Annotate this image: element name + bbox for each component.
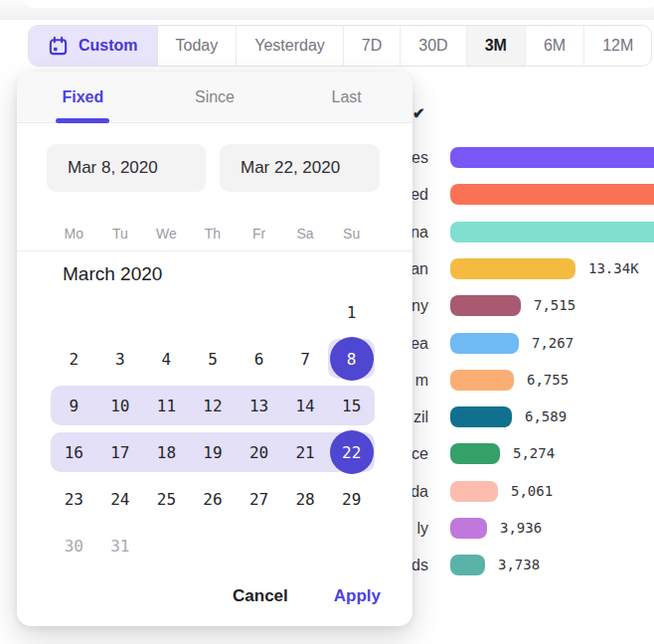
calendar-cell-empty — [97, 292, 144, 332]
calendar-week-row: 16171819202122 — [51, 432, 375, 472]
chart-row-value: 5,061 — [511, 481, 553, 502]
calendar-day-10[interactable]: 10 — [97, 386, 144, 425]
date-range-toolbar: Custom TodayYesterday7D30D3M6M12M — [28, 25, 652, 67]
chart-bar[interactable] — [450, 295, 521, 316]
active-tab-underline — [56, 118, 109, 123]
page: Custom TodayYesterday7D30D3M6M12M esedna… — [0, 0, 654, 644]
toolbar-item-3m[interactable]: 3M — [467, 26, 526, 66]
chart-bar[interactable] — [450, 258, 575, 279]
calendar-day-26[interactable]: 26 — [190, 479, 237, 519]
tab-fixed[interactable]: Fixed — [17, 72, 149, 122]
weekday-th: Th — [190, 226, 237, 242]
toolbar-item-today[interactable]: Today — [158, 26, 238, 66]
calendar-cell-empty — [282, 526, 329, 565]
chart-bar[interactable] — [450, 147, 654, 168]
toolbar-item-30d[interactable]: 30D — [401, 26, 466, 66]
calendar-day-13[interactable]: 13 — [236, 386, 282, 425]
start-date-value: Mar 8, 2020 — [68, 158, 158, 178]
custom-range-button[interactable]: Custom — [29, 26, 158, 66]
calendar-day-20[interactable]: 20 — [236, 432, 282, 472]
weekday-su: Su — [328, 226, 375, 242]
calendar-day-9[interactable]: 9 — [51, 386, 97, 425]
toolbar-item-7d[interactable]: 7D — [344, 26, 401, 66]
apply-button[interactable]: Apply — [334, 586, 381, 606]
weekday-header: MoTuWeThFrSaSu — [51, 226, 375, 242]
toolbar-item-6m[interactable]: 6M — [526, 26, 584, 66]
chart-bar[interactable] — [450, 333, 519, 354]
calendar-day-15[interactable]: 15 — [328, 386, 375, 425]
chart-bar[interactable] — [450, 184, 654, 205]
weekday-tu: Tu — [97, 226, 144, 242]
cancel-button[interactable]: Cancel — [233, 586, 288, 606]
calendar-day-2[interactable]: 2 — [51, 339, 97, 379]
month-title: March 2020 — [63, 263, 162, 285]
calendar-day-24[interactable]: 24 — [97, 479, 144, 519]
chart-bar[interactable] — [450, 370, 514, 391]
start-date-input[interactable]: Mar 8, 2020 — [47, 144, 206, 192]
calendar-day-29[interactable]: 29 — [328, 479, 375, 519]
calendar-day-16[interactable]: 16 — [51, 432, 97, 472]
tab-since[interactable]: Since — [149, 72, 281, 122]
calendar-day-19[interactable]: 19 — [190, 432, 237, 472]
calendar-cell-empty — [282, 292, 329, 332]
tab-last[interactable]: Last — [280, 72, 412, 122]
calendar-day-11[interactable]: 11 — [143, 386, 190, 425]
chart-bar[interactable] — [450, 443, 500, 464]
chart-row-value: 3,738 — [498, 555, 540, 575]
date-picker-tabs: FixedSinceLast — [17, 72, 412, 123]
range-end-day[interactable]: 22 — [330, 430, 374, 474]
calendar-cell-empty — [236, 292, 282, 332]
calendar-day-5[interactable]: 5 — [190, 339, 237, 379]
chart-row-value: 3,936 — [500, 518, 542, 539]
chart-bar[interactable] — [450, 555, 485, 575]
end-date-value: Mar 22, 2020 — [241, 158, 340, 178]
calendar-day-6[interactable]: 6 — [236, 339, 282, 379]
toolbar-item-yesterday[interactable]: Yesterday — [237, 26, 344, 66]
chart-bar[interactable] — [450, 406, 512, 427]
calendar-day-17[interactable]: 17 — [97, 432, 144, 472]
calendar-day-8[interactable]: 8 — [328, 339, 375, 379]
calendar-grid: 1234567891011121314151617181920212223242… — [51, 292, 375, 572]
weekday-mo: Mo — [51, 226, 97, 242]
chart-row-value: 5,274 — [513, 443, 555, 464]
calendar-cell-empty — [190, 292, 237, 332]
calendar-week-row: 2345678 — [51, 339, 375, 379]
chart-row-value: 13.34K — [588, 258, 639, 279]
calendar-week-row: 1 — [51, 292, 375, 332]
calendar-day-21[interactable]: 21 — [282, 432, 329, 472]
chart-bar[interactable] — [450, 518, 487, 539]
calendar-day-4[interactable]: 4 — [143, 339, 190, 379]
weekday-fr: Fr — [236, 226, 282, 242]
calendar-day-7[interactable]: 7 — [282, 339, 329, 379]
calendar-day-27[interactable]: 27 — [236, 479, 282, 519]
date-picker-popup: FixedSinceLast Mar 8, 2020 Mar 22, 2020 … — [17, 72, 412, 626]
calendar-day-18[interactable]: 18 — [143, 432, 190, 472]
toolbar-item-12m[interactable]: 12M — [584, 26, 651, 66]
calendar-day-14[interactable]: 14 — [282, 386, 329, 425]
range-start-day[interactable]: 8 — [330, 337, 374, 381]
calendar-cell-empty — [51, 292, 97, 332]
calendar-day-1[interactable]: 1 — [328, 292, 375, 332]
chart-bar[interactable] — [450, 222, 654, 242]
chart-row-value: 7,267 — [532, 333, 573, 354]
calendar-cell-empty — [328, 526, 375, 565]
calendar-cell-empty — [143, 526, 190, 565]
chart-row-value: 6,589 — [525, 406, 567, 427]
custom-range-label: Custom — [79, 37, 138, 55]
chart-bar[interactable] — [450, 481, 498, 502]
calendar-day-3[interactable]: 3 — [97, 339, 144, 379]
chart-row-value: 6,755 — [527, 370, 569, 391]
weekday-sa: Sa — [282, 226, 329, 242]
calendar-week-row: 23242526272829 — [51, 479, 375, 519]
end-date-input[interactable]: Mar 22, 2020 — [220, 144, 380, 192]
calendar-cell-empty — [236, 526, 282, 565]
calendar-day-22[interactable]: 22 — [328, 432, 375, 472]
calendar-icon — [48, 36, 69, 57]
calendar-day-25[interactable]: 25 — [143, 479, 190, 519]
calendar-day-28[interactable]: 28 — [282, 479, 329, 519]
calendar-day-12[interactable]: 12 — [190, 386, 237, 425]
calendar-day-31: 31 — [97, 526, 144, 565]
weekday-we: We — [143, 226, 190, 242]
calendar-day-23[interactable]: 23 — [51, 479, 97, 519]
calendar-day-30: 30 — [51, 526, 97, 565]
